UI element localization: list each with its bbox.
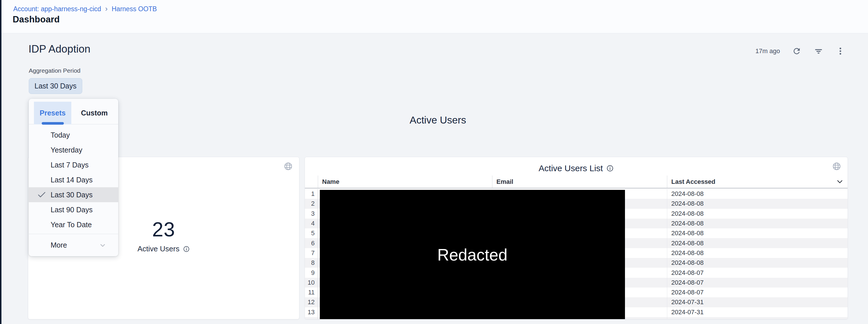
breadcrumb-current-link[interactable]: Harness OOTB <box>112 5 157 13</box>
more-label: More <box>51 241 67 249</box>
row-number: 4 <box>305 219 318 228</box>
kebab-icon <box>836 46 845 56</box>
active-tab-underline <box>42 122 64 125</box>
dropdown-tabs: Presets Custom <box>29 99 118 124</box>
aggregation-period-button[interactable]: Last 30 Days <box>29 78 82 94</box>
last-accessed-cell: 2024-08-08 <box>667 199 847 209</box>
row-number: 13 <box>305 307 318 317</box>
section-title: Active Users <box>28 114 848 126</box>
preset-option[interactable]: Yesterday <box>29 142 118 157</box>
info-icon[interactable] <box>183 246 190 252</box>
more-menu-button[interactable] <box>835 46 845 56</box>
aggregation-period-label: Aggregation Period <box>29 67 81 74</box>
preset-option-label: Last 30 Days <box>51 191 93 199</box>
refresh-icon <box>792 46 801 56</box>
breadcrumb: Account: app-harness-ng-cicd › Harness O… <box>13 5 157 13</box>
chevron-down-icon <box>99 242 107 251</box>
preset-option[interactable]: Last 30 Days <box>29 187 118 202</box>
preset-option-label: Yesterday <box>51 146 82 154</box>
row-number: 6 <box>305 238 318 248</box>
preset-options-list: Today Yesterday Last 7 Days <box>29 128 118 232</box>
refresh-button[interactable] <box>792 46 802 56</box>
last-accessed-cell: 2024-07-31 <box>667 297 847 307</box>
filter-icon <box>814 46 823 56</box>
preset-option[interactable]: Last 14 Days <box>29 172 118 187</box>
preset-option-label: Last 14 Days <box>51 176 93 184</box>
last-accessed-cell: 2024-08-08 <box>667 219 847 228</box>
preset-option-label: Last 7 Days <box>51 161 89 169</box>
last-accessed-cell: 2024-08-08 <box>667 248 847 258</box>
last-accessed-cell: 2024-08-08 <box>667 228 847 238</box>
redacted-overlay: Redacted <box>320 190 625 319</box>
more-presets-button[interactable]: More <box>29 234 118 256</box>
last-accessed-cell: 2024-08-07 <box>667 268 847 278</box>
last-accessed-cell: 2024-08-08 <box>667 189 847 199</box>
last-accessed-cell: 2024-08-07 <box>667 278 847 288</box>
last-accessed-cell: 2024-08-08 <box>667 258 847 268</box>
tile-label-text: Active Users <box>137 245 180 253</box>
left-nav-edge <box>0 0 1 324</box>
check-icon <box>37 191 46 199</box>
column-header-last-accessed[interactable]: Last Accessed <box>667 176 847 188</box>
tab-presets[interactable]: Presets <box>34 102 71 124</box>
dashboard-screen: Account: app-harness-ng-cicd › Harness O… <box>0 0 868 324</box>
row-number: 9 <box>305 268 318 278</box>
globe-icon <box>284 162 293 172</box>
row-number: 2 <box>305 199 318 209</box>
dashboard-title: IDP Adoption <box>29 43 90 55</box>
table-header: Name Email Last Accessed <box>305 176 847 188</box>
breadcrumb-account-link[interactable]: Account: app-harness-ng-cicd <box>13 5 101 13</box>
last-updated-label: 17m ago <box>755 47 780 55</box>
row-number: 1 <box>305 189 318 199</box>
last-accessed-cell: 2024-07-30 <box>667 317 847 319</box>
row-number: 10 <box>305 278 318 288</box>
table-title: Active Users List <box>305 164 847 173</box>
table-title-text: Active Users List <box>539 164 603 173</box>
column-sort-chevron-icon[interactable] <box>836 177 844 187</box>
active-users-list-card: Active Users List Name Email Last Access… <box>305 157 848 319</box>
breadcrumb-separator-icon: › <box>105 5 108 12</box>
tab-custom[interactable]: Custom <box>77 102 112 124</box>
page-title: Dashboard <box>13 14 60 25</box>
preset-option[interactable]: Today <box>29 128 118 142</box>
column-header-name[interactable]: Name <box>318 176 492 188</box>
last-accessed-cell: 2024-08-08 <box>667 209 847 219</box>
preset-option[interactable]: Last 90 Days <box>29 202 118 217</box>
last-accessed-cell: 2024-08-07 <box>667 288 847 297</box>
column-header-email[interactable]: Email <box>492 176 667 188</box>
preset-option-label: Year To Date <box>51 221 92 229</box>
preset-option-label: Today <box>51 131 70 139</box>
date-preset-dropdown: Presets Custom Today Yesterday <box>29 99 118 256</box>
row-number-column-header <box>305 176 318 188</box>
preset-option[interactable]: Year To Date <box>29 217 118 232</box>
row-number: 5 <box>305 228 318 238</box>
row-number: 11 <box>305 288 318 297</box>
last-accessed-cell: 2024-08-08 <box>667 238 847 248</box>
dashboard-controls: 17m ago <box>755 45 845 58</box>
row-number: 7 <box>305 248 318 258</box>
row-number: 3 <box>305 209 318 219</box>
redacted-label: Redacted <box>437 245 507 264</box>
row-number: 14 <box>305 317 318 319</box>
row-number: 12 <box>305 297 318 307</box>
preset-option[interactable]: Last 7 Days <box>29 157 118 172</box>
info-icon[interactable] <box>606 165 614 172</box>
filter-button[interactable] <box>813 46 824 56</box>
preset-option-label: Last 90 Days <box>51 206 93 214</box>
last-accessed-cell: 2024-07-31 <box>667 307 847 317</box>
row-number: 8 <box>305 258 318 268</box>
